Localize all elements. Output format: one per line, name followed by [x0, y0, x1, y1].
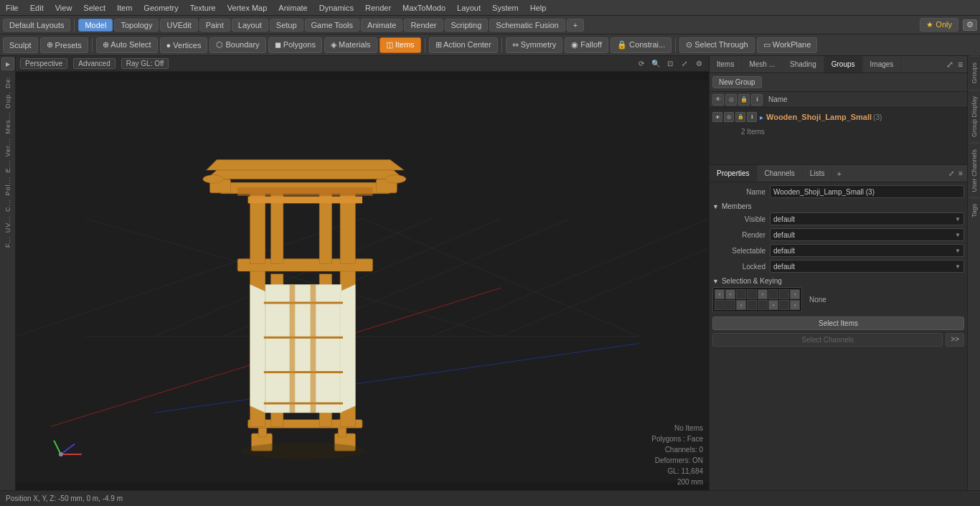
tab-topology[interactable]: Topology	[114, 19, 159, 32]
presets-button[interactable]: ⊕ Presets	[40, 37, 88, 53]
re-tab-user-channels[interactable]: User Channels	[969, 143, 979, 198]
symmetry-button[interactable]: ⇔ Symmetry	[506, 37, 563, 53]
default-layouts-dropdown[interactable]: Default Layouts	[3, 19, 70, 32]
gl-info-icon[interactable]: ℹ	[747, 112, 757, 122]
glh-eye-icon[interactable]: 👁	[712, 94, 724, 106]
tab-animate[interactable]: Animate	[361, 19, 402, 32]
ls-label-c[interactable]: C...	[3, 197, 13, 213]
sculpt-button[interactable]: Sculpt	[3, 37, 38, 53]
menu-texture[interactable]: Texture	[184, 2, 222, 14]
tab-mesh[interactable]: Mesh ...	[742, 56, 783, 72]
render-select[interactable]: default ▼	[770, 228, 964, 241]
glh-info-icon[interactable]: ℹ	[751, 94, 763, 106]
ls-label-de[interactable]: De:	[3, 75, 13, 90]
tab-paint[interactable]: Paint	[199, 19, 230, 32]
props-expand-icon[interactable]: ⤢	[947, 169, 956, 177]
group-row[interactable]: 👁 ◎ 🔒 ℹ ▸ Wooden_Shoji_Lamp_Small (3)	[710, 108, 967, 126]
key-cell-5[interactable]: ▪	[758, 289, 768, 299]
action-center-button[interactable]: ⊞ Action Center	[429, 37, 498, 53]
tab-properties[interactable]: Properties	[710, 165, 758, 182]
tab-channels[interactable]: Channels	[758, 165, 803, 182]
key-cell-16[interactable]: ▪	[790, 300, 800, 310]
materials-button[interactable]: ◈ Materials	[324, 37, 377, 53]
props-add-tab-icon[interactable]: +	[832, 169, 845, 178]
menu-vertex-map[interactable]: Vertex Map	[222, 2, 273, 14]
vp-tab-advanced[interactable]: Advanced	[73, 58, 115, 69]
items-button[interactable]: ◫ Items	[380, 37, 421, 53]
tab-schematic[interactable]: Schematic Fusion	[489, 19, 565, 32]
menu-layout[interactable]: Layout	[451, 2, 486, 14]
groups-expand-icon[interactable]: ⤢	[945, 60, 955, 70]
menu-animate[interactable]: Animate	[273, 2, 313, 14]
props-settings-icon[interactable]: ≡	[957, 169, 964, 177]
ls-label-dup[interactable]: Dup.	[3, 90, 13, 110]
ls-label-mesh[interactable]: Mes...	[3, 111, 13, 136]
menu-select[interactable]: Select	[77, 2, 111, 14]
menu-edit[interactable]: Edit	[24, 2, 50, 14]
menu-dynamics[interactable]: Dynamics	[314, 2, 359, 14]
select-items-button[interactable]: Select Items	[712, 317, 964, 330]
menu-system[interactable]: System	[486, 2, 524, 14]
vp-ctrl-settings[interactable]: ⚙	[693, 58, 705, 70]
visible-select[interactable]: default ▼	[770, 212, 964, 225]
tab-scripting[interactable]: Scripting	[445, 19, 489, 32]
gl-eye-icon[interactable]: 👁	[712, 112, 722, 122]
constraints-button[interactable]: 🔒 Constrai...	[611, 37, 672, 53]
selectable-select[interactable]: default ▼	[770, 244, 964, 257]
auto-select-button[interactable]: ⊕ Auto Select	[96, 37, 158, 53]
vp-tab-perspective[interactable]: Perspective	[20, 58, 67, 69]
key-cell-6[interactable]	[768, 289, 778, 299]
name-input[interactable]	[770, 185, 964, 198]
tab-groups[interactable]: Groups	[824, 56, 863, 72]
vp-ctrl-fit[interactable]: ⊡	[664, 58, 676, 70]
new-group-button[interactable]: New Group	[712, 76, 762, 88]
ls-label-e[interactable]: E...	[3, 159, 13, 174]
vp-ctrl-rotate[interactable]: ⟳	[636, 58, 647, 70]
glh-lock-icon[interactable]: 🔒	[738, 94, 750, 106]
ls-top-button[interactable]: ▶	[1, 57, 14, 70]
group-expand-icon[interactable]: ▸	[760, 113, 763, 121]
tab-images[interactable]: Images	[863, 56, 902, 72]
menu-item[interactable]: Item	[111, 2, 138, 14]
tab-game-tools[interactable]: Game Tools	[305, 19, 360, 32]
tab-items[interactable]: Items	[710, 56, 742, 72]
tab-setup[interactable]: Setup	[270, 19, 303, 32]
ls-label-uv[interactable]: UV...	[3, 214, 13, 234]
key-cell-13[interactable]	[758, 300, 768, 310]
selection-arrow-icon[interactable]: ▼	[712, 278, 719, 285]
gl-lock-icon[interactable]: 🔒	[735, 112, 745, 122]
key-cell-11[interactable]: ▪	[736, 300, 746, 310]
menu-file[interactable]: File	[0, 2, 24, 14]
re-tab-tags[interactable]: Tags	[969, 197, 979, 223]
key-cell-2[interactable]: ▪	[725, 289, 735, 299]
tab-uvedit[interactable]: UVEdit	[160, 19, 197, 32]
workplane-button[interactable]: ▭ WorkPlane	[757, 37, 818, 53]
vp-tab-raygl[interactable]: Ray GL: Off	[121, 58, 169, 69]
key-cell-4[interactable]	[747, 289, 757, 299]
tab-model[interactable]: Model	[78, 19, 113, 32]
members-arrow-icon[interactable]: ▼	[712, 203, 719, 210]
key-cell-14[interactable]: ▪	[768, 300, 778, 310]
only-button[interactable]: ★ Only	[920, 18, 958, 32]
key-cell-1[interactable]: ▪	[715, 289, 725, 299]
gl-render-icon[interactable]: ◎	[724, 112, 734, 122]
groups-list[interactable]: 👁 ◎ 🔒 ℹ ▸ Wooden_Shoji_Lamp_Small (3) 2 …	[710, 108, 967, 165]
key-cell-12[interactable]	[747, 300, 757, 310]
glh-render-icon[interactable]: ◎	[725, 94, 737, 106]
ls-label-pol[interactable]: Pol...	[3, 175, 13, 197]
tab-render[interactable]: Render	[404, 19, 443, 32]
key-cell-7[interactable]	[779, 289, 789, 299]
tab-lists[interactable]: Lists	[803, 165, 833, 182]
menu-help[interactable]: Help	[524, 2, 552, 14]
key-cell-9[interactable]	[715, 300, 725, 310]
tab-layout[interactable]: Layout	[232, 19, 268, 32]
menu-maxtomodo[interactable]: MaxToModo	[397, 2, 451, 14]
key-cell-15[interactable]	[779, 300, 789, 310]
tab-shading[interactable]: Shading	[783, 56, 824, 72]
ls-label-f[interactable]: F...	[3, 235, 13, 249]
vp-ctrl-zoom[interactable]: 🔍	[650, 58, 661, 70]
key-cell-10[interactable]	[725, 300, 735, 310]
groups-settings-icon[interactable]: ≡	[956, 60, 964, 70]
menu-render[interactable]: Render	[359, 2, 397, 14]
tab-plus[interactable]: +	[567, 19, 584, 32]
